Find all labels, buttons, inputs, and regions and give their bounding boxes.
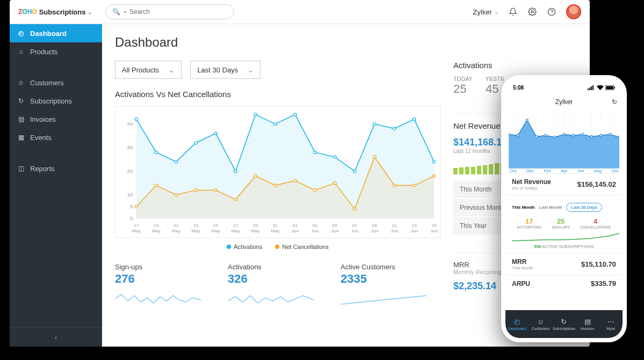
sidebar-item-dashboard[interactable]: ◴Dashboard bbox=[10, 24, 102, 42]
svg-text:25: 25 bbox=[213, 223, 219, 228]
chart-legend: Activations Net Cancellations bbox=[115, 244, 440, 250]
avatar[interactable] bbox=[566, 4, 581, 19]
svg-text:13: 13 bbox=[411, 223, 417, 228]
brand-name: Subscriptions bbox=[39, 8, 86, 16]
phone-nav-subscriptions[interactable]: ↻Subscriptions bbox=[552, 310, 576, 338]
metric-activations: Activations 326 bbox=[228, 263, 328, 307]
phone-tab-last-30[interactable]: Last 30 Days bbox=[566, 203, 602, 212]
svg-point-96 bbox=[536, 136, 538, 138]
svg-point-94 bbox=[517, 134, 519, 136]
sidebar-item-subscriptions[interactable]: ↻Subscriptions bbox=[10, 92, 102, 110]
svg-text:20: 20 bbox=[127, 168, 133, 174]
svg-point-65 bbox=[294, 179, 296, 182]
brand-logo[interactable]: ZOHO Subscriptions ⌄ bbox=[18, 8, 99, 16]
sidebar-item-reports[interactable]: ◫Reports bbox=[10, 159, 102, 178]
collapse-sidebar[interactable]: ‹ bbox=[10, 327, 102, 347]
refresh-icon: ↻ bbox=[17, 97, 25, 105]
svg-text:19: 19 bbox=[154, 223, 159, 228]
svg-text:Jun: Jun bbox=[430, 229, 438, 233]
phone-stat-cancellations: 4CANCELLATIONS bbox=[580, 217, 611, 229]
svg-point-98 bbox=[554, 136, 556, 138]
svg-point-63 bbox=[254, 174, 257, 177]
svg-point-45 bbox=[214, 132, 217, 135]
svg-point-102 bbox=[591, 136, 593, 138]
svg-rect-76 bbox=[592, 85, 594, 90]
help-icon[interactable] bbox=[547, 7, 556, 17]
phone-tab-last-month[interactable]: Last Month bbox=[539, 205, 562, 210]
chevron-down-icon: ⌄ bbox=[494, 9, 498, 15]
refresh-icon[interactable]: ↻ bbox=[612, 98, 617, 106]
svg-text:01: 01 bbox=[293, 223, 298, 228]
topbar: ZOHO Subscriptions ⌄ 🔍 ▾ Zylker⌄ bbox=[10, 0, 590, 24]
dot-icon bbox=[227, 245, 231, 249]
svg-point-48 bbox=[274, 122, 277, 125]
svg-point-62 bbox=[234, 199, 237, 201]
svg-text:5: 5 bbox=[130, 204, 133, 210]
svg-point-101 bbox=[581, 133, 583, 135]
chevron-left-icon: ‹ bbox=[55, 333, 57, 341]
svg-point-104 bbox=[609, 133, 611, 135]
svg-point-100 bbox=[572, 134, 574, 136]
svg-rect-74 bbox=[589, 87, 590, 90]
svg-text:May: May bbox=[212, 229, 221, 233]
document-icon: ▤ bbox=[584, 318, 591, 326]
svg-text:05: 05 bbox=[332, 223, 338, 228]
phone-nav-dashboard[interactable]: ◴Dashboard bbox=[505, 310, 529, 338]
phone-nav-more[interactable]: ⋯More bbox=[599, 310, 623, 338]
main-chart: 051020304017May19May21May23May25May27May… bbox=[115, 106, 440, 238]
svg-point-50 bbox=[314, 151, 316, 153]
chart-icon: ◫ bbox=[17, 165, 25, 172]
filter-products[interactable]: All Products⌄ bbox=[115, 61, 182, 79]
svg-point-44 bbox=[194, 142, 197, 144]
signal-icons bbox=[588, 85, 615, 90]
page-title: Dashboard bbox=[115, 35, 577, 50]
phone-nav-customers[interactable]: ☺Customers bbox=[529, 310, 553, 338]
svg-text:Jun: Jun bbox=[331, 229, 338, 233]
phone-nav-invoices[interactable]: ▤Invoices bbox=[576, 310, 599, 338]
metric-signups: Sign-ups 276 bbox=[115, 263, 215, 307]
svg-point-59 bbox=[175, 194, 177, 196]
svg-rect-79 bbox=[614, 87, 616, 89]
svg-point-93 bbox=[509, 133, 510, 135]
svg-rect-78 bbox=[606, 86, 613, 89]
search-input[interactable] bbox=[129, 8, 228, 16]
phone-header: Zylker ↻ bbox=[505, 94, 623, 109]
filter-range[interactable]: Last 30 Days⌄ bbox=[190, 61, 261, 79]
sidebar-item-events[interactable]: ▦Events bbox=[10, 128, 102, 146]
svg-text:21: 21 bbox=[173, 223, 179, 228]
svg-point-42 bbox=[155, 151, 157, 153]
dot-icon bbox=[275, 245, 279, 249]
svg-point-46 bbox=[234, 170, 237, 173]
sidebar-item-products[interactable]: ⌂Products bbox=[10, 42, 102, 61]
svg-text:11: 11 bbox=[392, 223, 397, 228]
svg-text:May: May bbox=[192, 229, 201, 233]
gauge-icon: ◴ bbox=[17, 30, 25, 37]
phone-active-subs: 550 ACTIVE SUBSCRIPTIONS bbox=[512, 244, 616, 249]
chevron-down-icon: ⌄ bbox=[248, 66, 254, 74]
bell-icon[interactable] bbox=[508, 7, 518, 17]
svg-point-99 bbox=[563, 133, 565, 135]
svg-point-57 bbox=[135, 205, 138, 208]
svg-text:Jun: Jun bbox=[292, 229, 299, 233]
more-icon: ⋯ bbox=[607, 318, 614, 326]
svg-text:30: 30 bbox=[127, 145, 133, 150]
metrics-row: Sign-ups 276 Activations 326 Active Cust… bbox=[115, 263, 440, 307]
phone-status-bar: 5:08 bbox=[505, 80, 623, 94]
svg-text:40: 40 bbox=[127, 121, 133, 127]
chevron-down-icon[interactable]: ⌄ bbox=[88, 9, 92, 15]
sidebar-item-customers[interactable]: ☺Customers bbox=[10, 74, 102, 92]
search-box[interactable]: 🔍 ▾ bbox=[105, 4, 234, 19]
user-icon: ☺ bbox=[17, 79, 25, 86]
svg-point-47 bbox=[254, 113, 257, 116]
metric-active-customers: Active Customers 2335 bbox=[341, 263, 440, 307]
sidebar-item-invoices[interactable]: ▤Invoices bbox=[10, 110, 102, 128]
org-switcher[interactable]: Zylker⌄ bbox=[473, 8, 498, 16]
phone-tab-this-month[interactable]: This Month bbox=[512, 205, 535, 210]
svg-point-95 bbox=[526, 119, 528, 121]
sparkline bbox=[341, 290, 426, 307]
svg-text:May: May bbox=[271, 229, 280, 233]
svg-point-53 bbox=[373, 122, 376, 125]
svg-text:17: 17 bbox=[134, 223, 139, 228]
gear-icon[interactable] bbox=[527, 7, 537, 17]
svg-point-67 bbox=[334, 182, 336, 185]
